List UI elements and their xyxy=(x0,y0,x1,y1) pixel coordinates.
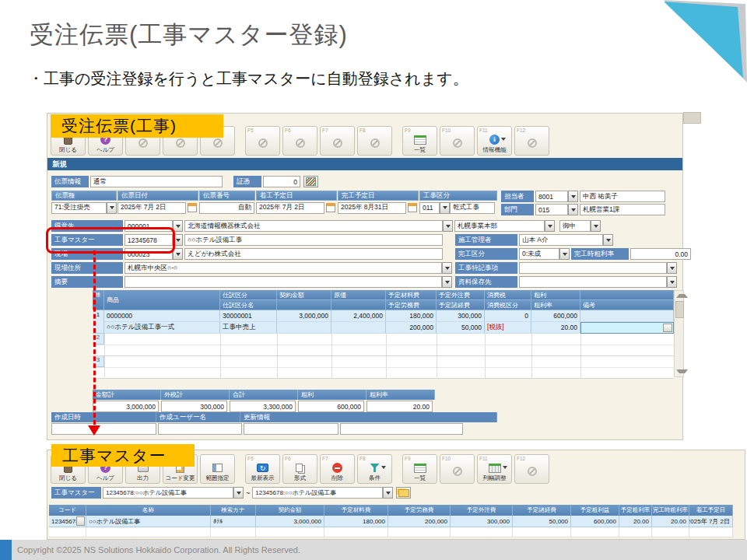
table-cell[interactable]: 2025年 7月 2日 xyxy=(689,516,733,527)
cell-tax[interactable]: 0 xyxy=(485,310,531,322)
cell-remarks-selected[interactable] xyxy=(580,322,674,334)
table-cell[interactable]: ○○ホテル設備工事 xyxy=(86,516,211,527)
toolbar-button-label: ヘルプ xyxy=(96,474,114,481)
special-notes-dropdown[interactable] xyxy=(667,262,677,274)
customer-branch-input[interactable]: 札幌事業本部 xyxy=(454,220,545,232)
calendar-icon[interactable] xyxy=(326,203,335,212)
site-address-input[interactable]: 札幌市中央区○-○ xyxy=(124,262,442,274)
cell-gross-profit-rate[interactable]: 20.00 xyxy=(531,322,580,334)
toolbar-button-label: 出力 xyxy=(137,474,149,481)
toolbar-button[interactable]: F11 情報機能 xyxy=(477,126,512,156)
summary-input[interactable] xyxy=(124,276,442,288)
dept-dropdown[interactable] xyxy=(568,204,578,215)
table-cell[interactable]: 200,000 xyxy=(388,516,451,527)
honorific-input[interactable]: 御中 xyxy=(559,220,591,232)
dept-name-input[interactable]: 札幌営業1課 xyxy=(580,204,665,215)
slip-type-dropdown[interactable] xyxy=(107,202,117,214)
site-address-dropdown[interactable] xyxy=(442,262,452,274)
slip-no-value[interactable]: 自動 xyxy=(199,202,254,214)
table-cell[interactable]: 20.00 xyxy=(619,516,652,527)
detail-empty-row[interactable]: 2 xyxy=(93,334,674,356)
toolbar-button[interactable]: F8 条件 xyxy=(357,454,392,484)
scroll-up-icon[interactable] xyxy=(676,294,688,298)
evidence-button[interactable] xyxy=(303,176,318,187)
table-cell[interactable]: 600,000 xyxy=(571,516,619,527)
cell-product-code[interactable]: 0000000 xyxy=(104,310,220,322)
staff-code-input[interactable]: 8001 xyxy=(535,191,568,202)
completion-dropdown[interactable] xyxy=(559,248,570,260)
table-cell[interactable]: 12345678 xyxy=(49,516,86,527)
master-range-from-input[interactable]: 12345678:○○ホテル設備工事 xyxy=(103,487,233,499)
cell-blank[interactable] xyxy=(580,310,674,322)
column-header: 予定粗利率 xyxy=(619,505,652,516)
construction-master-name-input[interactable]: ○○ホテル設備工事 xyxy=(184,234,443,246)
table-cell[interactable]: 50,000 xyxy=(513,516,571,527)
customer-name-dropdown[interactable] xyxy=(443,220,453,232)
cell-subcontract-cost[interactable]: 300,000 xyxy=(437,310,485,322)
folder-button[interactable] xyxy=(396,487,411,499)
table-cell[interactable]: 300,000 xyxy=(451,516,513,527)
toolbar-button-icon xyxy=(489,462,501,474)
toolbar-button[interactable]: F5 最新表示 xyxy=(245,454,280,484)
table-cell[interactable]: 180,000 xyxy=(324,516,388,527)
customer-name-input[interactable]: 北海道情報機器株式会社 xyxy=(184,220,443,232)
cell-contract-amount[interactable]: 3,000,000 xyxy=(277,310,331,322)
toolbar-button[interactable]: F9 一覧 xyxy=(402,454,437,484)
summary-dropdown[interactable] xyxy=(442,276,452,288)
toolbar-button[interactable]: F6 形式 xyxy=(282,454,317,484)
cell-blank[interactable] xyxy=(331,322,386,334)
staff-dropdown[interactable] xyxy=(568,191,578,202)
toolbar-button[interactable]: F9 一覧 xyxy=(402,126,437,156)
evidence-count-input[interactable]: 0 xyxy=(263,176,300,187)
storage-dropdown[interactable] xyxy=(667,276,677,288)
customer-branch-dropdown[interactable] xyxy=(545,220,555,232)
toolbar-button[interactable]: F7 削除 xyxy=(320,454,355,484)
completion-input[interactable]: 0:未成 xyxy=(519,248,559,260)
finish-date-value[interactable]: 2025年 8月31日 xyxy=(338,202,406,214)
work-class-dropdown[interactable] xyxy=(440,202,450,214)
scroll-thumb[interactable] xyxy=(675,301,684,318)
completion-rate-input[interactable]: 0.00 xyxy=(630,248,691,260)
cell-journal-name[interactable]: 工事中売上 xyxy=(220,322,277,334)
special-notes-input[interactable] xyxy=(519,262,667,274)
slip-date-value[interactable]: 2025年 7月 2日 xyxy=(117,202,186,214)
staff-name-input[interactable]: 中西 祐美子 xyxy=(580,191,665,202)
cell-cost[interactable]: 2,400,000 xyxy=(331,310,386,322)
master-table: コード 名称 検索カナ 契約金額 予定材料費 予定労務費 予定外注費 予定諸経費… xyxy=(49,505,733,537)
toolbar-button[interactable]: 範囲指定 xyxy=(200,454,235,484)
start-date-value[interactable]: 2025年 7月 2日 xyxy=(256,202,324,214)
column-header: 検索カナ xyxy=(211,505,256,516)
master-range-to-input[interactable]: 12345678:○○ホテル設備工事 xyxy=(252,487,383,499)
site-manager-input[interactable]: 山本 A介 xyxy=(519,234,603,246)
master-range-from-dropdown[interactable] xyxy=(233,487,244,499)
table-cell[interactable]: ﾎﾃﾙ xyxy=(211,516,256,527)
toolbar-button[interactable]: F11 列幅調整 xyxy=(477,454,512,484)
slip-info-input[interactable]: 通常 xyxy=(90,176,223,187)
calendar-icon[interactable] xyxy=(188,203,197,212)
cell-product-name[interactable]: ○○ホテル設備工事一式 xyxy=(104,322,220,334)
cell-tax-class[interactable]: [税抜] xyxy=(485,322,531,334)
work-class-name[interactable]: 乾式工事 xyxy=(450,202,495,214)
work-class-code[interactable]: 011 xyxy=(419,202,440,214)
cell-material-cost[interactable]: 180,000 xyxy=(386,310,437,322)
calendar-icon[interactable] xyxy=(408,203,417,212)
cell-journal-code[interactable]: 30000001 xyxy=(220,310,277,322)
slip-type-value[interactable]: 71:受注掛売 xyxy=(51,202,107,214)
table-cell[interactable]: 3,000,000 xyxy=(256,516,324,527)
cell-expenses[interactable]: 50,000 xyxy=(437,322,485,334)
master-table-row[interactable]: 12345678 ○○ホテル設備工事 ﾎﾃﾙ 3,000,000 180,000… xyxy=(49,516,733,527)
detail-empty-row[interactable]: 3 xyxy=(93,356,674,379)
dept-code-input[interactable]: 015 xyxy=(535,204,568,215)
site-manager-dropdown[interactable] xyxy=(603,234,613,246)
table-cell[interactable]: 20.00 xyxy=(652,516,689,527)
master-range-to-dropdown[interactable] xyxy=(383,487,393,499)
cell-labor-cost[interactable]: 200,000 xyxy=(386,322,437,334)
site-name-input[interactable]: えどがわ株式会社 xyxy=(184,248,443,260)
cell-blank[interactable] xyxy=(277,322,331,334)
storage-input[interactable] xyxy=(519,276,667,288)
detail-table-scrollb-ar[interactable] xyxy=(674,290,684,377)
totals-block: 金額計 外税計 合計 粗利 粗利率 3,000,000 300,000 3,30… xyxy=(93,390,435,412)
cell-gross-profit[interactable]: 600,000 xyxy=(531,310,580,322)
scroll-down-icon[interactable] xyxy=(676,369,688,373)
honorific-dropdown[interactable] xyxy=(591,220,601,232)
